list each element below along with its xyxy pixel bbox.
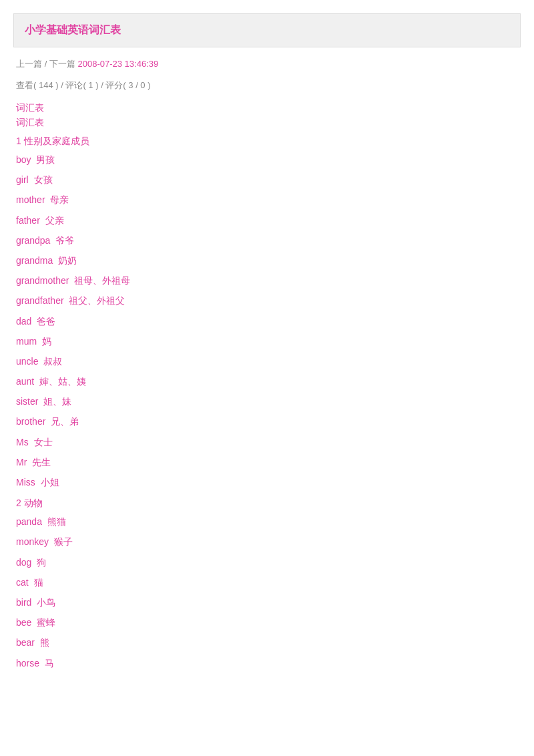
section-heading-2: 2 动物: [16, 498, 518, 510]
list-item: boy 男孩: [16, 152, 518, 168]
list-item: aunt 婶、姑、姨: [16, 373, 518, 390]
nav-link-1[interactable]: 词汇表: [16, 102, 518, 114]
list-item: bear 熊: [16, 634, 518, 651]
stats-row: 查看( 144 ) / 评论( 1 ) / 评分( 3 / 0 ): [13, 79, 521, 91]
section-heading-1: 1 性别及家庭成员: [16, 136, 518, 148]
list-item: panda 熊猫: [16, 514, 518, 530]
page-title: 小学基础英语词汇表: [25, 23, 509, 37]
list-item: Miss 小姐: [16, 474, 518, 491]
meta-row: 上一篇 / 下一篇 2008-07-23 13:46:39: [13, 58, 521, 70]
list-item: dog 狗: [16, 554, 518, 571]
list-item: dad 爸爸: [16, 313, 518, 330]
list-item: grandma 奶奶: [16, 252, 518, 269]
list-item: sister 姐、妹: [16, 393, 518, 410]
list-item: girl 女孩: [16, 172, 518, 188]
stats-text: 查看( 144 ) / 评论( 1 ) / 评分( 3 / 0 ): [16, 80, 151, 90]
list-item: grandpa 爷爷: [16, 232, 518, 249]
list-item: brother 兄、弟: [16, 413, 518, 430]
nav-link-2[interactable]: 词汇表: [16, 117, 518, 129]
list-item: uncle 叔叔: [16, 353, 518, 370]
vocab-list-2: panda 熊猫 monkey 猴子 dog 狗 cat 猫 bird 小鸟 b…: [16, 514, 518, 672]
list-item: bird 小鸟: [16, 594, 518, 611]
next-link[interactable]: 下一篇: [49, 59, 75, 69]
vocab-list-1: boy 男孩 girl 女孩 mother 母亲 father 父亲 grand…: [16, 152, 518, 491]
list-item: cat 猫: [16, 574, 518, 591]
title-bar: 小学基础英语词汇表: [13, 13, 521, 47]
list-item: Mr 先生: [16, 454, 518, 471]
content-area: 1 性别及家庭成员 boy 男孩 girl 女孩 mother 母亲 fathe…: [13, 136, 521, 672]
list-item: mum 妈: [16, 333, 518, 350]
list-item: bee 蜜蜂: [16, 614, 518, 631]
nav-links: 词汇表 词汇表: [13, 102, 521, 129]
list-item: father 父亲: [16, 212, 518, 229]
meta-sep1: /: [45, 59, 49, 69]
list-item: Ms 女士: [16, 434, 518, 451]
list-item: horse 马: [16, 655, 518, 672]
list-item: monkey 猴子: [16, 534, 518, 550]
datetime: 2008-07-23 13:46:39: [77, 59, 158, 69]
list-item: mother 母亲: [16, 192, 518, 208]
list-item: grandmother 祖母、外祖母: [16, 272, 518, 289]
prev-link[interactable]: 上一篇: [16, 59, 42, 69]
list-item: grandfather 祖父、外祖父: [16, 293, 518, 309]
